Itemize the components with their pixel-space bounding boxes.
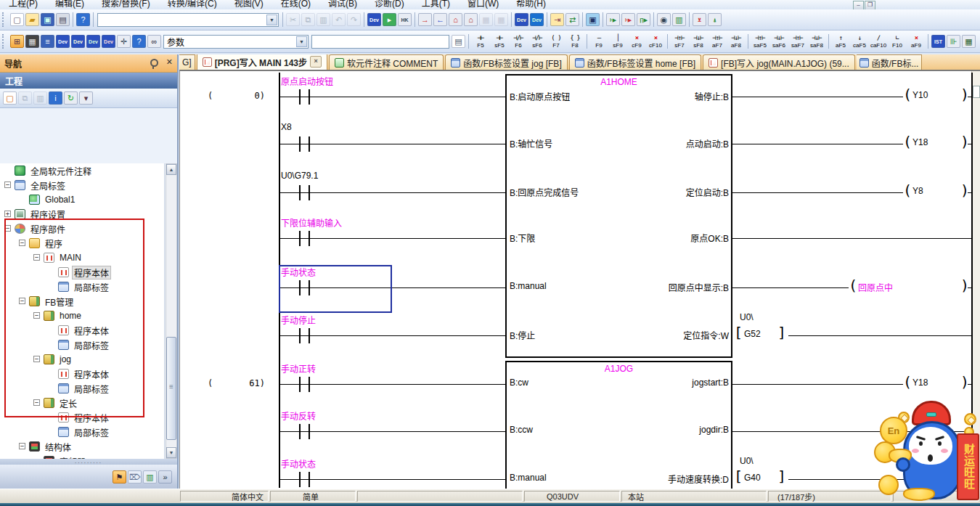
tree-toggle-icon[interactable]: − [33,356,40,362]
device-edit-combo[interactable] [311,35,449,49]
cut-icon[interactable]: ✂ [286,13,300,26]
ladder-symbol-button-cF9[interactable]: ×cF9 [627,32,646,52]
inline-st-icon[interactable]: ⊪ [947,35,960,48]
ladder-symbol-button-cF10[interactable]: ×cF10 [646,32,665,52]
menu-item-11[interactable]: 帮助(H) [507,0,555,9]
navigation-toggle-icon[interactable]: ⊞ [10,35,24,48]
monitor-mode-icon[interactable]: ▶ [383,13,396,26]
parameter-view-icon[interactable]: ⚑ [113,470,126,483]
scroll-down-icon[interactable]: ▼ [166,447,176,458]
fb-paste-icon[interactable]: ▦ [962,35,976,48]
undo-icon[interactable]: ↶ [332,13,346,26]
menu-item-4[interactable]: 转换/编译(C) [159,0,226,9]
sort-icon[interactable]: ▾ [79,91,93,105]
read-from-plc-icon[interactable]: ← [433,13,447,26]
tree-item-局部标签[interactable]: 局部标签 [0,381,164,396]
tree-toggle-icon[interactable]: − [4,225,11,232]
device-display-icon[interactable]: Dev [367,13,381,26]
ladder-symbol-button-F5[interactable]: ⊣⊢F5 [471,32,490,52]
ladder-symbol-button-F9[interactable]: —F9 [589,32,608,52]
tree-item-jog[interactable]: −jog [0,352,164,367]
tree-item-程序部件[interactable]: −程序部件 [0,221,164,236]
property-icon[interactable]: i [49,91,62,105]
monitor-stop-icon[interactable]: ⊦▶ [621,13,635,26]
ladder-symbol-button-sF5[interactable]: ⊣⊢sF5 [490,32,509,52]
menu-item-2[interactable]: 编辑(E) [46,0,93,9]
menu-item-1[interactable]: 工程(P) [0,0,46,9]
pin-icon[interactable] [150,59,158,67]
tree-item-MAIN[interactable]: −MAIN [0,250,164,265]
connection-view-icon[interactable]: ▥ [143,470,157,483]
ladder-symbol-button-saF6[interactable]: ⊣↓⊢saF6 [769,32,788,52]
ladder-symbol-button-aF8[interactable]: ⊣↓⊢aF8 [727,32,746,52]
menu-item-8[interactable]: 诊断(D) [366,0,413,9]
ladder-symbol-button-saF5[interactable]: ⊣↑⊢saF5 [751,32,769,52]
tab-6[interactable]: [FB]写入 jog(MAIN.A1JOG) (59... [703,54,855,70]
screen-lock-icon[interactable]: ▣ [586,13,600,26]
open-folder-icon[interactable]: ▰ [25,13,39,26]
help2-icon[interactable]: ? [132,35,146,48]
ladder-symbol-button-F8[interactable]: { }F8 [565,32,584,52]
tab-7[interactable]: 函数/FB标... [857,54,923,70]
device-test-icon[interactable]: Dev [530,13,544,26]
device-find-icon[interactable]: ✛ [117,35,131,48]
transfer-icon[interactable]: ⇄ [565,13,579,26]
ladder-symbol-button-caF5[interactable]: ↓caF5 [850,32,869,52]
menu-item-3[interactable]: 搜索/替换(F) [93,0,159,9]
tree-item-程序本体[interactable]: 程序本体 [0,265,164,279]
note-icon[interactable]: Dev [86,35,100,48]
tab-2[interactable]: [PRG]写入 MAIN 143步× [197,54,327,70]
tree-item-局部标签[interactable]: 局部标签 [0,338,164,352]
ladder-symbol-button-F7[interactable]: ( )F7 [547,32,565,52]
menu-item-7[interactable]: 调试(B) [319,0,366,9]
save-icon[interactable]: ▣ [41,13,54,26]
ladder-symbol-button-aF7[interactable]: ⊣↑⊢aF7 [708,32,727,52]
ladder-symbol-button-aF5[interactable]: ↑aF5 [831,32,850,52]
device-comment-icon[interactable]: Dev [56,35,70,48]
tree-toggle-icon[interactable]: − [33,254,40,261]
redo-icon[interactable]: ↷ [347,13,361,26]
tree-item-全局软元件注释[interactable]: 全局软元件注释 [0,163,164,178]
screen-monitor-icon[interactable]: ▥ [672,13,686,26]
tree-item-局部标签[interactable]: 局部标签 [0,425,164,439]
editor-scroll-button[interactable] [973,86,980,98]
ladder-symbol-button-F10[interactable]: ∟F10 [888,32,907,52]
fb-selection-icon[interactable]: ▦ [25,35,39,48]
watch-start-icon[interactable]: ⊻ [693,13,706,26]
tree-item-定长[interactable]: −定长 [0,396,164,410]
ist-icon[interactable]: IST [931,35,945,48]
tree-item-程序本体[interactable]: 程序本体 [0,323,164,338]
scrollbar-thumb[interactable] [166,337,176,440]
help-icon[interactable]: ? [76,13,90,26]
nav-scrollbar[interactable]: ▲ ▼ [166,163,177,459]
fb-block-A1HOME[interactable]: A1HOME [505,74,732,358]
tree-toggle-icon[interactable]: − [33,399,40,406]
paste-icon[interactable]: ▥ [317,13,330,26]
tree-item-程序本体[interactable]: 程序本体 [0,410,164,425]
close-icon[interactable]: ✕ [166,57,173,67]
write-to-plc-icon[interactable]: → [418,13,432,26]
data-edit-icon[interactable]: ▤ [452,35,465,48]
tree-toggle-icon[interactable]: + [4,211,11,217]
parameter-combo[interactable]: 参数▼ [163,35,309,49]
new-item-icon[interactable]: ▢ [3,91,17,105]
tree-item-程序[interactable]: −程序 [0,236,164,250]
library-view-icon[interactable]: ⌦ [128,470,142,483]
tree-toggle-icon[interactable]: − [19,443,25,449]
refresh-icon[interactable]: ↻ [64,91,78,105]
ladder-symbol-button-caF10[interactable]: ∕caF10 [869,32,888,52]
ladder-symbol-button-saF8[interactable]: ⊣↓⊢saF8 [807,32,826,52]
tree-item-结构体[interactable]: −结构体 [0,439,164,454]
hotkey-icon[interactable]: HK [398,13,412,26]
menu-item-10[interactable]: 窗口(W) [459,0,507,9]
verify-icon[interactable]: ⌂ [449,13,462,26]
copy-icon[interactable]: ⧉ [301,13,315,26]
toolbar-grip[interactable] [2,12,7,27]
tab-3[interactable]: 软元件注释 COMMENT [329,54,444,70]
menu-item-9[interactable]: 工具(T) [413,0,459,9]
menu-item-5[interactable]: 视图(V) [226,0,272,9]
ladder-symbol-button-F6[interactable]: ⊣/⊢F6 [509,32,528,52]
tab-1[interactable]: G] [179,54,195,70]
monitor-start-icon[interactable]: ⊦▶ [606,13,620,26]
print-icon[interactable]: ▤ [56,13,70,26]
